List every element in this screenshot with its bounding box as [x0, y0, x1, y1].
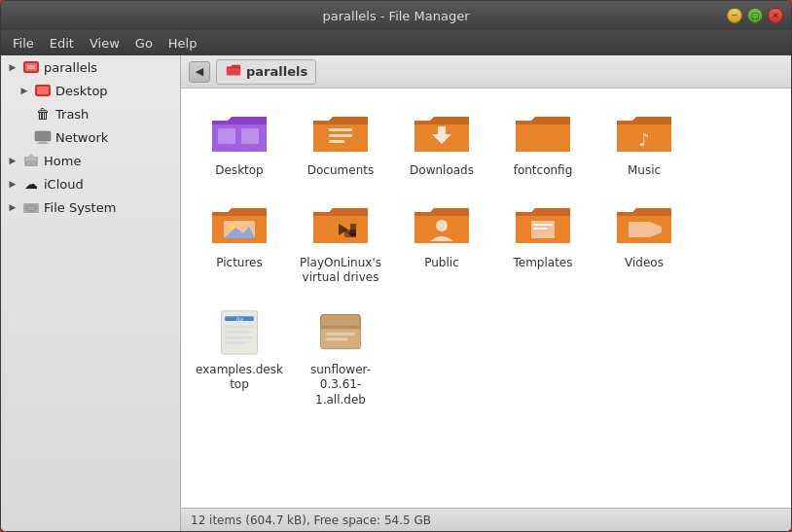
maximize-button[interactable]: □: [747, 8, 763, 23]
svg-rect-13: [241, 128, 259, 144]
file-item-desktop[interactable]: Desktop: [191, 98, 288, 187]
home-icon: [22, 152, 40, 169]
folder-playonlinux-icon: [311, 198, 370, 252]
file-item-sunflower[interactable]: sunflower-0.3.61-1.all.deb: [292, 298, 389, 416]
file-label-documents: Documents: [307, 163, 374, 179]
main-area: ▶ parallels ▶ Desktop 🗑 Trash: [1, 55, 791, 531]
sidebar-item-filesystem[interactable]: ▶ File System: [1, 195, 180, 219]
menubar: File Edit View Go Help: [1, 30, 791, 55]
file-item-fontconfig[interactable]: fontconfig: [494, 98, 592, 187]
file-item-templates[interactable]: Templates: [494, 191, 592, 294]
menu-edit[interactable]: Edit: [42, 34, 82, 53]
folder-templates-icon: [514, 198, 572, 252]
svg-rect-4: [37, 87, 49, 94]
file-label-examples: examples.desktop: [195, 363, 284, 393]
menu-view[interactable]: View: [82, 34, 127, 53]
svg-rect-12: [218, 128, 235, 144]
sidebar-label-icloud: iCloud: [44, 177, 84, 192]
folder-fontconfig-icon: [514, 106, 572, 160]
network-icon: [34, 128, 52, 146]
svg-rect-38: [225, 341, 246, 344]
svg-point-21: [229, 224, 234, 230]
location-text: parallels: [246, 64, 307, 79]
folder-pictures-icon: [210, 198, 269, 252]
sidebar-item-parallels[interactable]: ▶ parallels: [1, 55, 180, 79]
folder-downloads-icon: [413, 106, 471, 160]
right-panel: ◀ parallels: [181, 55, 791, 531]
folder-music-icon: ♪: [615, 106, 673, 160]
trash-icon: 🗑: [34, 105, 52, 123]
file-item-documents[interactable]: Documents: [292, 98, 389, 187]
file-label-videos: Videos: [625, 256, 664, 271]
filesystem-icon: [22, 198, 40, 216]
svg-rect-35: [225, 326, 254, 329]
close-button[interactable]: ✕: [768, 8, 783, 23]
home-arrow: ▶: [7, 155, 18, 166]
file-label-desktop: Desktop: [215, 163, 264, 179]
svg-rect-16: [329, 140, 344, 143]
arrow-icon: ▶: [18, 85, 30, 96]
menu-help[interactable]: Help: [161, 34, 205, 53]
svg-rect-2: [27, 65, 35, 69]
file-examples-icon: Aa: [210, 305, 269, 359]
svg-rect-42: [326, 333, 355, 336]
folder-videos-icon: [615, 198, 673, 252]
file-label-public: Public: [424, 256, 459, 271]
svg-rect-5: [35, 131, 51, 141]
window-controls: ─ □ ✕: [727, 8, 783, 23]
file-label-fontconfig: fontconfig: [514, 163, 573, 179]
sidebar: ▶ parallels ▶ Desktop 🗑 Trash: [1, 55, 181, 531]
file-item-public[interactable]: Public: [393, 191, 490, 294]
svg-rect-37: [225, 337, 252, 339]
file-item-downloads[interactable]: Downloads: [393, 98, 490, 187]
trash-arrow: [18, 108, 30, 120]
window-title: parallels - File Manager: [323, 9, 470, 23]
network-arrow: [18, 131, 30, 143]
sidebar-item-trash[interactable]: 🗑 Trash: [1, 102, 180, 125]
file-grid: Desktop Documents: [181, 89, 791, 508]
folder-public-icon: [413, 198, 471, 252]
main-window: parallels - File Manager ─ □ ✕ File Edit…: [0, 0, 792, 532]
file-item-pictures[interactable]: Pictures: [191, 191, 288, 294]
location-folder-icon: [225, 62, 242, 82]
parallels-icon: [22, 58, 40, 76]
file-item-playonlinux[interactable]: PlayOnLinux's virtual drives: [292, 191, 389, 294]
menu-go[interactable]: Go: [127, 34, 161, 53]
status-text: 12 items (604.7 kB), Free space: 54.5 GB: [191, 514, 431, 527]
svg-rect-28: [533, 224, 553, 226]
svg-rect-7: [37, 143, 49, 144]
sidebar-item-desktop[interactable]: ▶ Desktop: [1, 79, 180, 102]
sidebar-item-network[interactable]: Network: [1, 125, 180, 149]
file-sunflower-icon: [311, 305, 370, 359]
sidebar-label-filesystem: File System: [44, 200, 116, 215]
back-button[interactable]: ◀: [189, 61, 210, 83]
sidebar-label-trash: Trash: [55, 107, 89, 122]
svg-rect-14: [329, 128, 352, 131]
svg-rect-41: [321, 326, 361, 330]
file-label-downloads: Downloads: [410, 163, 474, 179]
icloud-arrow: ▶: [7, 178, 18, 190]
file-label-music: Music: [628, 163, 661, 179]
file-item-examples[interactable]: Aa examples.desktop: [191, 298, 288, 416]
menu-file[interactable]: File: [5, 34, 42, 53]
minimize-button[interactable]: ─: [727, 8, 742, 23]
svg-rect-36: [225, 331, 250, 334]
sidebar-label-parallels: parallels: [44, 60, 97, 75]
sidebar-label-network: Network: [55, 130, 108, 145]
file-label-pictures: Pictures: [216, 256, 263, 271]
svg-rect-15: [329, 134, 352, 137]
folder-desktop-icon: [210, 106, 269, 160]
sidebar-label-desktop: Desktop: [55, 84, 108, 98]
sidebar-item-home[interactable]: ▶ Home: [1, 149, 180, 172]
breadcrumb: parallels: [216, 59, 316, 85]
arrow-icon: ▶: [7, 61, 18, 73]
titlebar: parallels - File Manager ─ □ ✕: [1, 1, 791, 30]
sidebar-item-icloud[interactable]: ▶ ☁ iCloud: [1, 172, 180, 195]
file-label-playonlinux: PlayOnLinux's virtual drives: [296, 256, 385, 286]
file-item-videos[interactable]: Videos: [595, 191, 693, 294]
file-label-templates: Templates: [513, 256, 572, 271]
folder-documents-icon: [311, 106, 370, 160]
svg-rect-29: [533, 228, 547, 230]
file-item-music[interactable]: ♪ Music: [595, 98, 693, 187]
fs-arrow: ▶: [7, 201, 18, 213]
